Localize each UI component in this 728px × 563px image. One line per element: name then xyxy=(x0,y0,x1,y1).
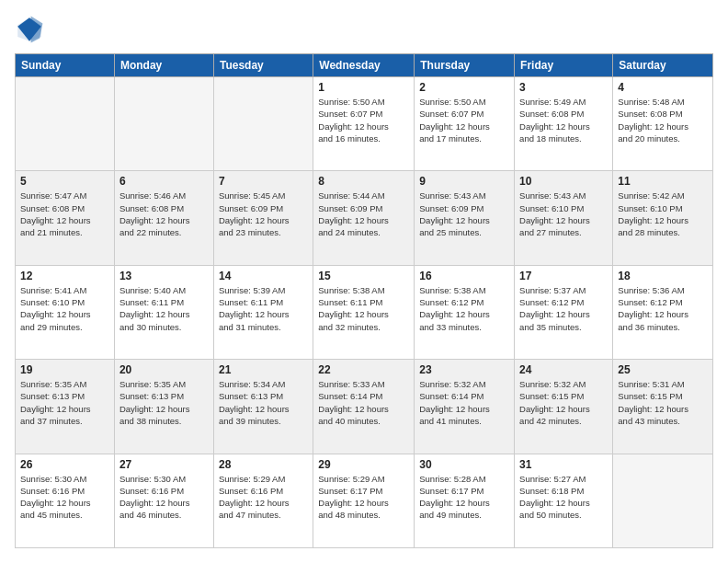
day-number: 31 xyxy=(519,458,608,471)
weekday-header-thursday: Thursday xyxy=(415,54,515,77)
calendar-cell: 8Sunrise: 5:44 AM Sunset: 6:09 PM Daylig… xyxy=(313,171,415,265)
calendar-cell: 11Sunrise: 5:42 AM Sunset: 6:10 PM Dayli… xyxy=(613,171,713,265)
calendar-week-row: 26Sunrise: 5:30 AM Sunset: 6:16 PM Dayli… xyxy=(16,454,713,547)
calendar-cell: 4Sunrise: 5:48 AM Sunset: 6:08 PM Daylig… xyxy=(613,77,713,171)
day-info: Sunrise: 5:43 AM Sunset: 6:09 PM Dayligh… xyxy=(419,190,509,238)
calendar-week-row: 5Sunrise: 5:47 AM Sunset: 6:08 PM Daylig… xyxy=(16,171,713,265)
day-info: Sunrise: 5:50 AM Sunset: 6:07 PM Dayligh… xyxy=(318,96,409,144)
weekday-header-monday: Monday xyxy=(114,54,213,77)
day-info: Sunrise: 5:34 AM Sunset: 6:13 PM Dayligh… xyxy=(219,378,308,427)
day-info: Sunrise: 5:32 AM Sunset: 6:14 PM Dayligh… xyxy=(419,378,509,427)
day-info: Sunrise: 5:30 AM Sunset: 6:16 PM Dayligh… xyxy=(20,473,109,522)
day-info: Sunrise: 5:48 AM Sunset: 6:08 PM Dayligh… xyxy=(618,96,708,144)
day-info: Sunrise: 5:39 AM Sunset: 6:11 PM Dayligh… xyxy=(219,284,308,333)
day-number: 30 xyxy=(419,458,509,471)
calendar-cell: 2Sunrise: 5:50 AM Sunset: 6:07 PM Daylig… xyxy=(415,77,515,171)
calendar-cell: 20Sunrise: 5:35 AM Sunset: 6:13 PM Dayli… xyxy=(114,360,213,454)
calendar-cell: 5Sunrise: 5:47 AM Sunset: 6:08 PM Daylig… xyxy=(16,171,115,265)
calendar-cell: 9Sunrise: 5:43 AM Sunset: 6:09 PM Daylig… xyxy=(415,171,515,265)
calendar-cell: 24Sunrise: 5:32 AM Sunset: 6:15 PM Dayli… xyxy=(515,360,613,454)
day-info: Sunrise: 5:29 AM Sunset: 6:17 PM Dayligh… xyxy=(318,473,409,522)
day-info: Sunrise: 5:27 AM Sunset: 6:18 PM Dayligh… xyxy=(519,473,608,522)
day-number: 7 xyxy=(219,175,308,188)
calendar-cell: 7Sunrise: 5:45 AM Sunset: 6:09 PM Daylig… xyxy=(213,171,313,265)
day-info: Sunrise: 5:38 AM Sunset: 6:12 PM Dayligh… xyxy=(419,284,509,333)
day-info: Sunrise: 5:30 AM Sunset: 6:16 PM Dayligh… xyxy=(119,473,209,522)
calendar-cell: 12Sunrise: 5:41 AM Sunset: 6:10 PM Dayli… xyxy=(16,265,115,359)
day-info: Sunrise: 5:31 AM Sunset: 6:15 PM Dayligh… xyxy=(618,378,708,427)
calendar-cell: 27Sunrise: 5:30 AM Sunset: 6:16 PM Dayli… xyxy=(114,454,213,547)
calendar-cell: 10Sunrise: 5:43 AM Sunset: 6:10 PM Dayli… xyxy=(515,171,613,265)
weekday-header-sunday: Sunday xyxy=(16,54,115,77)
day-number: 14 xyxy=(219,270,308,282)
calendar-cell: 31Sunrise: 5:27 AM Sunset: 6:18 PM Dayli… xyxy=(515,454,613,547)
calendar-cell: 23Sunrise: 5:32 AM Sunset: 6:14 PM Dayli… xyxy=(415,360,515,454)
calendar-cell: 28Sunrise: 5:29 AM Sunset: 6:16 PM Dayli… xyxy=(213,454,313,547)
day-info: Sunrise: 5:35 AM Sunset: 6:13 PM Dayligh… xyxy=(119,378,209,427)
day-number: 12 xyxy=(20,270,109,282)
day-number: 2 xyxy=(419,81,509,94)
page: SundayMondayTuesdayWednesdayThursdayFrid… xyxy=(0,0,728,563)
day-info: Sunrise: 5:32 AM Sunset: 6:15 PM Dayligh… xyxy=(519,378,608,427)
day-number: 21 xyxy=(219,363,308,376)
day-info: Sunrise: 5:35 AM Sunset: 6:13 PM Dayligh… xyxy=(20,378,109,427)
day-info: Sunrise: 5:47 AM Sunset: 6:08 PM Dayligh… xyxy=(20,190,109,238)
day-number: 11 xyxy=(618,175,708,188)
calendar-cell: 17Sunrise: 5:37 AM Sunset: 6:12 PM Dayli… xyxy=(515,265,613,359)
day-info: Sunrise: 5:36 AM Sunset: 6:12 PM Dayligh… xyxy=(618,284,708,333)
day-number: 29 xyxy=(318,458,409,471)
calendar-cell: 25Sunrise: 5:31 AM Sunset: 6:15 PM Dayli… xyxy=(613,360,713,454)
day-number: 23 xyxy=(419,363,509,376)
day-info: Sunrise: 5:28 AM Sunset: 6:17 PM Dayligh… xyxy=(419,473,509,522)
day-info: Sunrise: 5:49 AM Sunset: 6:08 PM Dayligh… xyxy=(519,96,608,144)
day-info: Sunrise: 5:50 AM Sunset: 6:07 PM Dayligh… xyxy=(419,96,509,144)
calendar-cell: 15Sunrise: 5:38 AM Sunset: 6:11 PM Dayli… xyxy=(313,265,415,359)
day-number: 19 xyxy=(20,363,109,376)
day-info: Sunrise: 5:33 AM Sunset: 6:14 PM Dayligh… xyxy=(318,378,409,427)
day-number: 15 xyxy=(318,270,409,282)
day-info: Sunrise: 5:43 AM Sunset: 6:10 PM Dayligh… xyxy=(519,190,608,238)
calendar-cell: 3Sunrise: 5:49 AM Sunset: 6:08 PM Daylig… xyxy=(515,77,613,171)
calendar-cell: 21Sunrise: 5:34 AM Sunset: 6:13 PM Dayli… xyxy=(213,360,313,454)
calendar-week-row: 19Sunrise: 5:35 AM Sunset: 6:13 PM Dayli… xyxy=(16,360,713,454)
day-number: 27 xyxy=(119,458,209,471)
day-number: 6 xyxy=(119,175,209,188)
calendar-cell: 22Sunrise: 5:33 AM Sunset: 6:14 PM Dayli… xyxy=(313,360,415,454)
calendar-cell: 1Sunrise: 5:50 AM Sunset: 6:07 PM Daylig… xyxy=(313,77,415,171)
calendar-cell: 14Sunrise: 5:39 AM Sunset: 6:11 PM Dayli… xyxy=(213,265,313,359)
calendar-cell: 6Sunrise: 5:46 AM Sunset: 6:08 PM Daylig… xyxy=(114,171,213,265)
day-number: 3 xyxy=(519,81,608,94)
day-info: Sunrise: 5:45 AM Sunset: 6:09 PM Dayligh… xyxy=(219,190,308,238)
weekday-header-friday: Friday xyxy=(515,54,613,77)
day-info: Sunrise: 5:42 AM Sunset: 6:10 PM Dayligh… xyxy=(618,190,708,238)
calendar-cell: 13Sunrise: 5:40 AM Sunset: 6:11 PM Dayli… xyxy=(114,265,213,359)
calendar-table: SundayMondayTuesdayWednesdayThursdayFrid… xyxy=(15,53,713,548)
calendar-cell xyxy=(213,77,313,171)
day-number: 8 xyxy=(318,175,409,188)
calendar-cell xyxy=(114,77,213,171)
header xyxy=(15,15,713,44)
weekday-header-wednesday: Wednesday xyxy=(313,54,415,77)
calendar-cell: 19Sunrise: 5:35 AM Sunset: 6:13 PM Dayli… xyxy=(16,360,115,454)
calendar-header-row: SundayMondayTuesdayWednesdayThursdayFrid… xyxy=(16,54,713,77)
day-number: 18 xyxy=(618,270,708,282)
day-info: Sunrise: 5:37 AM Sunset: 6:12 PM Dayligh… xyxy=(519,284,608,333)
day-info: Sunrise: 5:46 AM Sunset: 6:08 PM Dayligh… xyxy=(119,190,209,238)
day-info: Sunrise: 5:41 AM Sunset: 6:10 PM Dayligh… xyxy=(20,284,109,333)
weekday-header-tuesday: Tuesday xyxy=(213,54,313,77)
day-number: 5 xyxy=(20,175,109,188)
calendar-cell: 26Sunrise: 5:30 AM Sunset: 6:16 PM Dayli… xyxy=(16,454,115,547)
calendar-cell: 18Sunrise: 5:36 AM Sunset: 6:12 PM Dayli… xyxy=(613,265,713,359)
day-number: 28 xyxy=(219,458,308,471)
calendar-week-row: 1Sunrise: 5:50 AM Sunset: 6:07 PM Daylig… xyxy=(16,77,713,171)
day-number: 24 xyxy=(519,363,608,376)
day-number: 13 xyxy=(119,270,209,282)
calendar-cell xyxy=(613,454,713,547)
calendar-week-row: 12Sunrise: 5:41 AM Sunset: 6:10 PM Dayli… xyxy=(16,265,713,359)
day-number: 16 xyxy=(419,270,509,282)
day-info: Sunrise: 5:40 AM Sunset: 6:11 PM Dayligh… xyxy=(119,284,209,333)
calendar-cell xyxy=(16,77,115,171)
logo-icon xyxy=(15,15,44,44)
calendar-cell: 16Sunrise: 5:38 AM Sunset: 6:12 PM Dayli… xyxy=(415,265,515,359)
day-number: 1 xyxy=(318,81,409,94)
